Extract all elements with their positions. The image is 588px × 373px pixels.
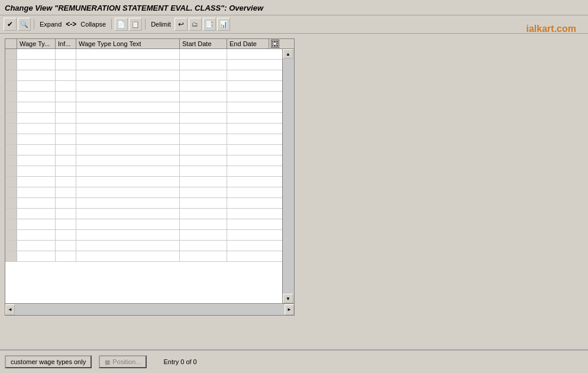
table-cell	[180, 166, 227, 176]
table-row[interactable]	[5, 219, 282, 230]
table-cell	[56, 60, 76, 70]
table-row[interactable]	[5, 145, 282, 155]
row-selector[interactable]	[5, 134, 17, 144]
table-cell	[227, 209, 269, 219]
undo-icon[interactable]: ↩	[175, 18, 188, 31]
separator-1	[34, 19, 34, 30]
row-selector[interactable]	[5, 81, 17, 91]
table-cell	[56, 70, 76, 80]
row-selector[interactable]	[5, 198, 17, 208]
table-row[interactable]	[5, 230, 282, 241]
row-selector[interactable]	[5, 124, 17, 134]
row-selector[interactable]	[5, 155, 17, 166]
table-cell	[76, 102, 180, 112]
table-cell	[227, 102, 269, 112]
toolbar-icon-1[interactable]: 🗂	[189, 18, 202, 31]
table-cell	[227, 49, 269, 59]
table-cell	[56, 145, 76, 155]
table-cell	[56, 209, 76, 219]
col-header-inf: Inf...	[56, 39, 76, 48]
table-row[interactable]	[5, 198, 282, 209]
row-selector[interactable]	[5, 241, 17, 251]
table-cell	[227, 81, 269, 91]
row-selector[interactable]	[5, 145, 17, 155]
table-row[interactable]	[5, 155, 282, 166]
table-cell	[180, 251, 227, 261]
status-bar: customer wage types only ▦ Position... E…	[0, 349, 588, 373]
row-selector[interactable]	[5, 102, 17, 112]
scroll-left-button[interactable]: ◄	[5, 304, 15, 315]
expand-button[interactable]: Expand	[37, 20, 64, 29]
data-table: Wage Ty... Inf... Wage Type Long Text St…	[5, 38, 295, 316]
table-cell	[180, 113, 227, 123]
customer-wage-types-label: customer wage types only	[11, 358, 86, 365]
column-settings-icon[interactable]	[269, 39, 280, 48]
table-row[interactable]	[5, 49, 282, 60]
row-selector[interactable]	[5, 219, 17, 229]
table-cell	[76, 177, 180, 187]
table-cell	[17, 155, 56, 166]
table-cell	[17, 70, 56, 80]
paste-icon[interactable]: 📋	[129, 18, 142, 31]
table-cell	[17, 145, 56, 155]
table-row[interactable]	[5, 187, 282, 198]
table-row[interactable]	[5, 113, 282, 124]
position-button[interactable]: ▦ Position...	[99, 355, 147, 368]
col-header-long-text: Wage Type Long Text	[76, 39, 180, 48]
table-row[interactable]	[5, 60, 282, 70]
find-icon[interactable]: 🔍	[18, 18, 31, 31]
scroll-right-button[interactable]: ►	[285, 304, 294, 315]
table-cell	[17, 198, 56, 208]
table-cell	[180, 177, 227, 187]
table-row[interactable]	[5, 92, 282, 102]
scroll-track	[283, 59, 294, 294]
toolbar-icon-2[interactable]: 📑	[203, 18, 216, 31]
table-cell	[56, 198, 76, 208]
row-selector[interactable]	[5, 166, 17, 176]
vertical-scrollbar[interactable]: ▲ ▼	[282, 49, 294, 303]
table-row[interactable]	[5, 124, 282, 134]
row-selector[interactable]	[5, 49, 17, 59]
row-selector[interactable]	[5, 251, 17, 261]
customer-wage-types-button[interactable]: customer wage types only	[5, 355, 92, 368]
table-cell	[17, 49, 56, 59]
save-icon[interactable]: ✔	[4, 18, 17, 31]
table-cell	[17, 124, 56, 134]
table-row[interactable]	[5, 134, 282, 145]
table-row[interactable]	[5, 177, 282, 187]
table-cell	[180, 155, 227, 166]
main-content: Wage Ty... Inf... Wage Type Long Text St…	[0, 34, 588, 353]
table-row[interactable]	[5, 251, 282, 262]
table-row[interactable]	[5, 241, 282, 251]
copy-icon[interactable]: 📄	[115, 18, 128, 31]
toolbar-icon-3[interactable]: 📊	[217, 18, 230, 31]
position-icon: ▦	[105, 359, 110, 365]
table-cell	[17, 219, 56, 229]
row-selector[interactable]	[5, 209, 17, 219]
scroll-up-button[interactable]: ▲	[283, 49, 293, 59]
row-selector[interactable]	[5, 60, 17, 70]
table-row[interactable]	[5, 166, 282, 177]
row-selector[interactable]	[5, 187, 17, 197]
delimit-button[interactable]: Delimit	[148, 20, 173, 29]
table-cell	[17, 209, 56, 219]
row-selector[interactable]	[5, 177, 17, 187]
collapse-button[interactable]: Collapse	[78, 20, 108, 29]
row-selector[interactable]	[5, 230, 17, 240]
scroll-down-button[interactable]: ▼	[283, 294, 293, 303]
row-selector[interactable]	[5, 92, 17, 102]
table-row[interactable]	[5, 102, 282, 113]
table-cell	[56, 102, 76, 112]
table-cell	[76, 113, 180, 123]
table-row[interactable]	[5, 70, 282, 81]
table-row[interactable]	[5, 209, 282, 219]
row-selector[interactable]	[5, 113, 17, 123]
table-row[interactable]	[5, 81, 282, 92]
table-cell	[227, 124, 269, 134]
col-header-end-date: End Date	[227, 39, 269, 48]
table-cell	[17, 92, 56, 102]
horizontal-scrollbar[interactable]: ◄ ►	[5, 303, 294, 315]
row-selector[interactable]	[5, 70, 17, 80]
table-cell	[227, 198, 269, 208]
table-cell	[76, 219, 180, 229]
